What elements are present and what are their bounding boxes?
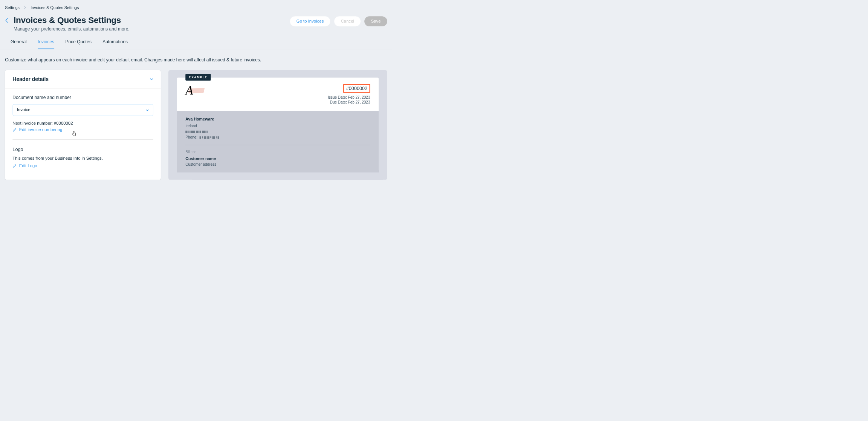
breadcrumb-root[interactable]: Settings [5,6,20,10]
panel-title: Header details [12,76,49,82]
pencil-icon [12,164,17,168]
tab-description: Customize what appears on each invoice a… [0,49,392,70]
document-name-select[interactable]: Invoice [12,104,153,116]
due-date: Due Date: Feb 27, 2023 [328,100,370,104]
document-name-label: Document name and number [12,95,153,100]
customer-name: Customer name [185,157,370,161]
edit-logo-link[interactable]: Edit Logo [12,163,153,168]
document-name-value: Invoice [17,107,31,112]
panel-header[interactable]: Header details [5,70,161,88]
breadcrumb-current: Invoices & Quotes Settings [31,6,79,10]
page-title: Invoices & Quotes Settings [14,15,130,25]
example-badge: EXAMPLE [185,74,211,81]
chevron-down-icon [146,107,149,112]
chevron-down-icon [150,77,153,81]
customer-address: Customer address [185,162,370,166]
header-details-panel: Header details Document name and number … [5,70,161,180]
edit-invoice-numbering-label: Edit invoice numbering [19,127,63,132]
pencil-icon [12,128,17,132]
tab-invoices[interactable]: Invoices [38,39,54,49]
edit-logo-label: Edit Logo [19,163,37,168]
chevron-right-icon [24,6,26,10]
tabs: General Invoices Price Quotes Automation… [0,39,392,49]
preview-panel: EXAMPLE A #0000002 Issue Date: Feb 27, 2… [168,70,387,180]
invoice-number-highlight: #0000002 [343,84,370,93]
bill-to-label: Bill to: [185,150,370,154]
page-subtitle: Manage your preferences, emails, automat… [14,26,130,32]
breadcrumb: Settings Invoices & Quotes Settings [0,6,392,15]
divider [185,145,370,145]
divider [12,139,153,140]
tab-price-quotes[interactable]: Price Quotes [65,39,91,49]
back-icon[interactable] [5,15,8,24]
logo-section-title: Logo [12,147,153,153]
edit-invoice-numbering-link[interactable]: Edit invoice numbering [12,127,153,132]
issue-date: Issue Date: Feb 27, 2023 [328,95,370,99]
tab-automations[interactable]: Automations [102,39,128,49]
company-phone: Phone: [185,135,370,139]
save-button[interactable]: Save [364,16,387,26]
cursor-icon [72,131,76,138]
go-to-invoices-button[interactable]: Go to Invoices [290,16,331,27]
company-country: Ireland [185,124,370,128]
next-invoice-number: Next invoice number: #0000002 [12,121,153,126]
cancel-button[interactable]: Cancel [334,16,361,27]
tab-general[interactable]: General [11,39,27,49]
logo-section-text: This comes from your Business Info in Se… [12,156,153,161]
invoice-logo: A [185,84,203,96]
example-invoice: EXAMPLE A #0000002 Issue Date: Feb 27, 2… [177,78,379,172]
company-email-redacted [185,130,370,134]
company-name: Ava Homeware [185,117,370,122]
